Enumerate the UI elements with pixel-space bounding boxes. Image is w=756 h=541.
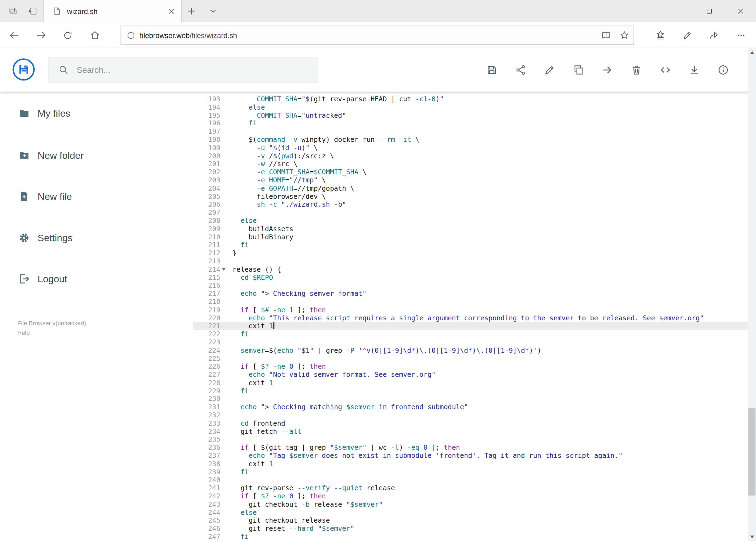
code-line[interactable]: 234 git fetch --all (193, 427, 748, 435)
copy-button[interactable] (568, 59, 589, 81)
code-line[interactable]: 212} (193, 249, 748, 257)
home-button[interactable] (85, 26, 105, 45)
code-line[interactable]: 208 else (193, 217, 748, 225)
code-line[interactable]: 222 fi (193, 330, 748, 338)
code-line[interactable]: 236 if [ $(git tag | grep "$semver" | wc… (193, 443, 748, 452)
site-info-icon[interactable] (127, 31, 135, 39)
code-line[interactable]: 240 (193, 476, 748, 484)
tab-list-button[interactable] (202, 0, 224, 22)
code-line[interactable]: 193 COMMIT_SHA="$(git rev-parse HEAD | c… (193, 95, 748, 103)
code-line[interactable]: 223 (193, 338, 748, 346)
code-line[interactable]: 246 git reset --hard "$semver" (193, 525, 748, 533)
sidebar-item-logout[interactable]: Logout (0, 268, 173, 290)
code-line[interactable]: 241 git rev-parse --verify --quiet relea… (193, 484, 748, 492)
code-line[interactable]: 247 fi (193, 533, 748, 541)
close-button[interactable] (725, 0, 756, 22)
search-box[interactable] (48, 57, 318, 83)
share-file-button[interactable] (510, 59, 531, 81)
sidebar-item-new-folder[interactable]: New folder (0, 144, 173, 167)
code-line[interactable]: 195 COMMIT_SHA="untracked" (193, 111, 748, 119)
info-button[interactable] (712, 59, 734, 81)
code-line[interactable]: 210 buildBinary (193, 233, 748, 241)
code-line[interactable]: 220 echo "This release script requires a… (193, 314, 748, 322)
code-line[interactable]: 200 -v /$(pwd):/src:z \ (193, 152, 748, 160)
code-line[interactable]: 201 -w //src \ (193, 160, 748, 168)
sidebar-item-new-file[interactable]: New file (0, 185, 173, 208)
maximize-button[interactable] (693, 0, 725, 22)
tab-close-icon[interactable] (164, 4, 178, 18)
save-button[interactable] (481, 59, 503, 81)
code-line[interactable]: 202 -e COMMIT_SHA=$COMMIT_SHA \ (193, 168, 748, 176)
code-line[interactable]: 213 (193, 257, 748, 265)
page-scrollbar[interactable] (748, 48, 756, 541)
code-line[interactable]: 194 else (193, 103, 748, 111)
code-line[interactable]: 196 fi (193, 119, 748, 128)
code-line[interactable]: 197 (193, 128, 748, 136)
code-line[interactable]: 244 else (193, 508, 748, 516)
code-line[interactable]: 232 (193, 411, 748, 419)
minimize-button[interactable] (662, 0, 693, 22)
code-line[interactable]: 207 (193, 209, 748, 217)
code-line[interactable]: 231 echo "> Checking matching $semver in… (193, 403, 748, 411)
code-line[interactable]: 205 filebrowser/dev \ (193, 192, 748, 201)
code-line[interactable]: 242 if [ $? -ne 0 ]; then (193, 492, 748, 500)
code-line[interactable]: 219 if [ $# -ne 1 ]; then (193, 306, 748, 314)
sidebar-item-settings[interactable]: Settings (0, 226, 173, 250)
help-link[interactable]: Help (17, 328, 86, 338)
fold-toggle-icon[interactable] (222, 268, 226, 270)
favorite-star-icon[interactable] (615, 26, 633, 44)
code-line[interactable]: 225 (193, 354, 748, 362)
reading-view-icon[interactable] (597, 26, 616, 44)
code-line[interactable]: 217 echo "> Checking semver format" (193, 289, 748, 297)
code-line[interactable]: 221 exit 1 (193, 322, 748, 330)
code-line[interactable]: 209 buildAssets (193, 225, 748, 233)
more-button[interactable] (731, 26, 751, 45)
move-button[interactable] (597, 59, 619, 81)
code-line[interactable]: 218 (193, 297, 748, 306)
tab-preview-button[interactable] (2, 0, 23, 22)
code-view-button[interactable] (655, 59, 676, 81)
address-bar[interactable]: filebrowser.web/files/wizard.sh (121, 26, 634, 45)
code-line[interactable]: 228 exit 1 (193, 379, 748, 387)
tabs-aside-button[interactable] (22, 0, 44, 22)
code-line[interactable]: 235 (193, 435, 748, 443)
code-line[interactable]: 230 (193, 395, 748, 403)
scrollbar-thumb[interactable] (748, 408, 755, 495)
code-line[interactable]: 239 fi (193, 468, 748, 476)
search-input[interactable] (76, 64, 318, 75)
back-button[interactable] (5, 26, 24, 45)
code-line[interactable]: 226 if [ $? -ne 0 ]; then (193, 362, 748, 370)
code-line[interactable]: 238 exit 1 (193, 460, 748, 468)
rename-button[interactable] (539, 59, 560, 81)
scroll-down-icon[interactable] (748, 533, 756, 541)
code-line[interactable]: 243 git checkout -b release "$semver" (193, 500, 748, 508)
forward-button[interactable] (31, 26, 51, 45)
share-page-button[interactable] (704, 26, 723, 45)
code-line[interactable]: 227 echo "Not valid semver format. See s… (193, 370, 748, 379)
new-tab-button[interactable] (181, 0, 202, 22)
code-line[interactable]: 198 $(command -v winpty) docker run --rm… (193, 136, 748, 144)
delete-button[interactable] (626, 59, 647, 81)
code-line[interactable]: 237 echo "Tag $semver does not exist in … (193, 452, 748, 460)
code-editor[interactable]: 193 COMMIT_SHA="$(git rev-parse HEAD | c… (193, 92, 748, 541)
code-line[interactable]: 224 semver=$(echo "$1" | grep -P '^v(0|[… (193, 346, 748, 354)
line-number: 197 (193, 128, 220, 136)
code-line[interactable]: 245 git checkout release (193, 516, 748, 525)
browser-tab[interactable]: wizard.sh (44, 0, 182, 22)
code-line[interactable]: 204 -e GOPATH=//tmp/gopath \ (193, 184, 748, 192)
code-line[interactable]: 206 sh -c "./wizard.sh -b" (193, 201, 748, 209)
code-line[interactable]: 211 fi (193, 241, 748, 249)
code-line[interactable]: 203 -e HOME="//tmp" \ (193, 176, 748, 184)
code-line[interactable]: 233 cd frontend (193, 419, 748, 427)
sidebar-item-my-files[interactable]: My files (0, 102, 173, 125)
hub-button[interactable] (651, 26, 670, 45)
code-line[interactable]: 216 (193, 281, 748, 289)
refresh-button[interactable] (58, 26, 77, 45)
code-line[interactable]: 215 cd $REPO (193, 273, 748, 281)
scroll-up-icon[interactable] (748, 48, 756, 56)
code-line[interactable]: 229 fi (193, 387, 748, 395)
web-note-button[interactable] (677, 26, 697, 45)
code-line[interactable]: 214release () { (193, 265, 748, 273)
download-button[interactable] (684, 59, 705, 81)
code-line[interactable]: 199 -u "$(id -u)" \ (193, 144, 748, 152)
